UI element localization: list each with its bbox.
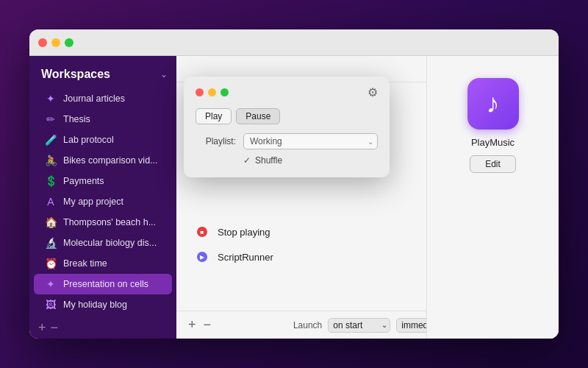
sidebar-item-label: My holiday blog	[63, 300, 127, 310]
popup-minimize-button[interactable]	[208, 88, 216, 96]
playlist-row: Playlist: Working Chill Focus ⌄	[196, 133, 378, 149]
sidebar-item-molecular[interactable]: 🔬 Molecular biology dis...	[34, 233, 172, 253]
sidebar-item-payments[interactable]: 💲 Payments	[34, 171, 172, 191]
sidebar-item-break-time[interactable]: ⏰ Break time	[34, 253, 172, 274]
play-button[interactable]: Play	[196, 108, 232, 124]
chevron-down-icon: ⌄	[160, 69, 168, 79]
minimize-button[interactable]	[51, 38, 60, 47]
sidebar-item-label: Journal articles	[63, 93, 125, 104]
app-icon-sidebar: A	[44, 195, 57, 208]
title-bar	[29, 29, 559, 56]
sidebar-title: Workspaces	[41, 68, 110, 81]
popup-traffic-lights	[196, 88, 229, 96]
app-name-label: PlayMusic	[471, 137, 514, 148]
payments-icon: 💲	[44, 174, 57, 188]
sidebar-item-lab-protocol[interactable]: 🧪 Lab protocol	[34, 130, 172, 150]
traffic-lights	[38, 38, 74, 47]
break-icon: ⏰	[44, 257, 57, 270]
music-note-icon: ♪	[487, 88, 500, 119]
content-area: Workspaces ⌄ ✦ Journal articles ✏ Thesis…	[29, 56, 559, 339]
edit-button[interactable]: Edit	[470, 155, 516, 173]
popup-title-bar: ⚙	[196, 85, 378, 99]
close-button[interactable]	[38, 38, 47, 47]
presentation-icon: ✦	[44, 277, 57, 291]
sidebar-item-label: My app project	[63, 197, 123, 207]
journal-icon: ✦	[44, 92, 57, 105]
maximize-button[interactable]	[65, 38, 74, 47]
popup-maximize-button[interactable]	[220, 88, 229, 96]
blog-icon: 🖼	[44, 298, 57, 311]
molecular-icon: 🔬	[44, 236, 57, 250]
sidebar-item-label: Lab protocol	[63, 135, 114, 145]
sidebar-item-label: Break time	[63, 258, 107, 269]
app-icon-display: ♪	[467, 78, 519, 130]
main-window: Workspaces ⌄ ✦ Journal articles ✏ Thesis…	[29, 29, 559, 339]
add-workspace-button[interactable]: +	[38, 321, 46, 334]
bikes-icon: 🚴	[44, 154, 57, 167]
sidebar-item-label: Bikes comparison vid...	[63, 155, 158, 166]
playlist-label: Playlist:	[196, 136, 236, 146]
sidebar-item-app-project[interactable]: A My app project	[34, 191, 172, 212]
checkmark-icon: ✓	[243, 155, 251, 166]
main-content: ··· 📝 Notes W Cell	[176, 56, 559, 339]
lab-icon: 🧪	[44, 133, 57, 146]
popup-close-button[interactable]	[196, 88, 204, 96]
shuffle-label: Shuffle	[255, 155, 282, 166]
playlist-select-wrapper: Working Chill Focus ⌄	[243, 133, 378, 149]
sidebar-item-thesis[interactable]: ✏ Thesis	[34, 109, 172, 130]
thesis-icon: ✏	[44, 113, 57, 126]
music-popup: ⚙ Play Pause Playlist: Working Chill Foc…	[184, 77, 390, 177]
sidebar-item-bikes[interactable]: 🚴 Bikes comparison vid...	[34, 150, 172, 171]
sidebar-item-presentation[interactable]: ✦ Presentation on cells	[34, 274, 172, 294]
sidebar: Workspaces ⌄ ✦ Journal articles ✏ Thesis…	[29, 56, 176, 339]
sidebar-item-journal-articles[interactable]: ✦ Journal articles	[34, 88, 172, 109]
sidebar-item-label: Molecular biology dis...	[63, 238, 157, 248]
right-panel: ♪ PlayMusic Edit	[426, 56, 559, 339]
remove-workspace-button[interactable]: −	[51, 321, 59, 334]
sidebar-item-label: Thompsons' beach h...	[63, 217, 156, 227]
gear-icon[interactable]: ⚙	[368, 85, 378, 99]
shuffle-row: ✓ Shuffle	[243, 155, 378, 166]
sidebar-item-label: Payments	[63, 176, 104, 186]
sidebar-item-thompsons[interactable]: 🏠 Thompsons' beach h...	[34, 212, 172, 233]
sidebar-header: Workspaces ⌄	[29, 65, 176, 88]
pause-button[interactable]: Pause	[236, 108, 280, 124]
sidebar-item-label: Presentation on cells	[63, 279, 148, 289]
sidebar-item-holiday-blog[interactable]: 🖼 My holiday blog	[34, 294, 172, 315]
sidebar-item-label: Thesis	[63, 114, 90, 124]
sidebar-bottom: + −	[29, 315, 176, 339]
home-icon: 🏠	[44, 216, 57, 229]
popup-controls: Play Pause	[196, 108, 378, 124]
popup-overlay: ⚙ Play Pause Playlist: Working Chill Foc…	[176, 56, 559, 339]
playlist-select[interactable]: Working Chill Focus	[243, 133, 378, 149]
